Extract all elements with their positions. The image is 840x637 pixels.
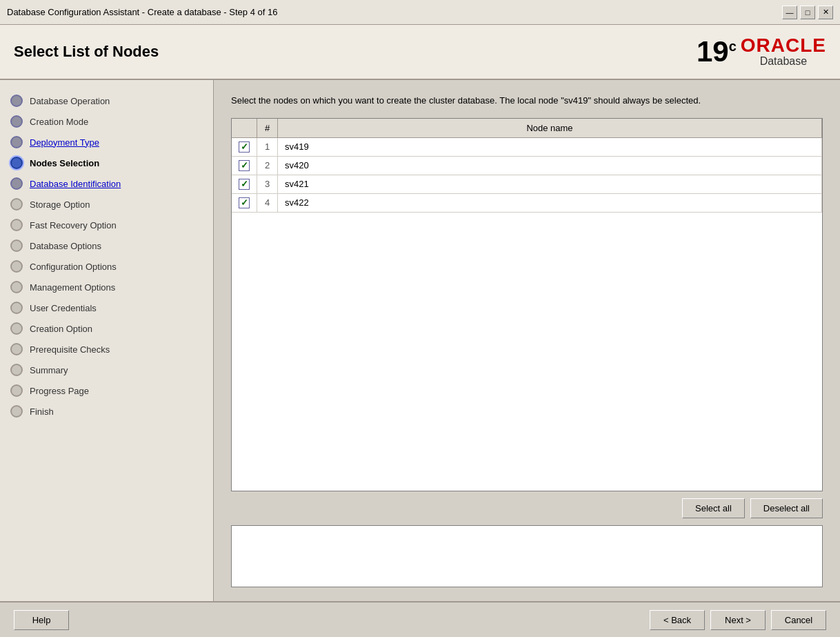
title-bar: Database Configuration Assistant - Creat… (0, 0, 840, 25)
step-indicator-database-options (10, 239, 23, 252)
next-button[interactable]: Next > (710, 610, 766, 630)
row-number: 2 (257, 156, 278, 175)
sidebar-label-creation-mode: Creation Mode (30, 117, 88, 127)
sidebar-label-summary: Summary (30, 365, 68, 375)
row-node-name: sv419 (278, 137, 822, 156)
sidebar-label-user-credentials: User Credentials (30, 303, 97, 313)
maximize-button[interactable]: □ (800, 6, 815, 19)
cancel-button[interactable]: Cancel (771, 610, 826, 630)
row-number: 1 (257, 137, 278, 156)
sidebar-item-management-options: Management Options (0, 277, 213, 297)
minimize-button[interactable]: — (782, 6, 797, 19)
nodes-table-wrapper: # Node name 1sv4192sv4203sv4214sv422 (231, 118, 823, 492)
sidebar-item-finish: Finish (0, 401, 213, 422)
sidebar-label-finish: Finish (30, 406, 54, 417)
footer: Help < Back Next > Cancel (0, 601, 840, 637)
oracle-version: 19c (697, 37, 737, 66)
page-title: Select List of Nodes (14, 43, 159, 61)
select-all-button[interactable]: Select all (682, 498, 745, 518)
nodes-table: # Node name 1sv4192sv4203sv4214sv422 (232, 119, 822, 213)
deselect-all-button[interactable]: Deselect all (750, 498, 823, 518)
body-area: Database OperationCreation ModeDeploymen… (0, 80, 840, 601)
sidebar-label-nodes-selection: Nodes Selection (30, 158, 99, 168)
window-content: Select List of Nodes 19c ORACLE Database… (0, 25, 840, 637)
table-header: # Node name (232, 119, 822, 138)
col-checkbox (232, 119, 257, 138)
sidebar-item-user-credentials: User Credentials (0, 297, 213, 318)
sidebar-item-nodes-selection: Nodes Selection (0, 153, 213, 173)
sidebar-label-management-options: Management Options (30, 282, 115, 293)
table-body: 1sv4192sv4203sv4214sv422 (232, 137, 822, 212)
step-indicator-deployment-type (10, 136, 23, 148)
step-indicator-configuration-options (10, 260, 23, 273)
sidebar-item-database-operation: Database Operation (0, 90, 213, 111)
main-panel: Select the nodes on which you want to cr… (214, 80, 840, 601)
oracle-logo: 19c ORACLE Database (697, 36, 826, 68)
sidebar-label-creation-option: Creation Option (30, 324, 92, 334)
table-row[interactable]: 2sv420 (232, 156, 822, 175)
sidebar-label-database-operation: Database Operation (30, 96, 110, 106)
sidebar-item-creation-mode: Creation Mode (0, 111, 213, 132)
sidebar: Database OperationCreation ModeDeploymen… (0, 80, 214, 601)
checkbox-checked-icon[interactable] (239, 141, 250, 153)
row-checkbox[interactable] (232, 175, 257, 193)
sidebar-item-configuration-options: Configuration Options (0, 256, 213, 277)
sidebar-item-prerequisite-checks: Prerequisite Checks (0, 339, 213, 360)
step-indicator-nodes-selection (10, 157, 23, 169)
oracle-brand-label: ORACLE (741, 36, 826, 55)
table-row[interactable]: 4sv422 (232, 193, 822, 212)
step-indicator-database-identification (10, 177, 23, 190)
back-button[interactable]: < Back (650, 610, 705, 630)
step-indicator-management-options (10, 281, 23, 293)
log-area (231, 525, 823, 587)
step-indicator-fast-recovery-option (10, 219, 23, 231)
row-number: 4 (257, 193, 278, 212)
step-indicator-prerequisite-checks (10, 343, 23, 355)
step-indicator-finish (10, 405, 23, 418)
sidebar-label-configuration-options: Configuration Options (30, 262, 117, 272)
step-indicator-database-operation (10, 95, 23, 107)
sidebar-label-prerequisite-checks: Prerequisite Checks (30, 344, 110, 355)
col-number: # (257, 119, 278, 138)
step-indicator-user-credentials (10, 302, 23, 314)
step-indicator-creation-mode (10, 115, 23, 128)
sidebar-label-storage-option: Storage Option (30, 199, 90, 210)
row-checkbox[interactable] (232, 156, 257, 175)
checkbox-checked-icon[interactable] (239, 179, 250, 190)
oracle-text: ORACLE Database (741, 36, 826, 68)
sidebar-label-database-identification: Database Identification (30, 179, 121, 189)
header: Select List of Nodes 19c ORACLE Database (0, 25, 840, 80)
sidebar-label-fast-recovery-option: Fast Recovery Option (30, 220, 117, 231)
sidebar-item-database-identification[interactable]: Database Identification (0, 173, 213, 194)
row-node-name: sv420 (278, 156, 822, 175)
close-button[interactable]: ✕ (818, 6, 833, 19)
row-checkbox[interactable] (232, 137, 257, 156)
sidebar-item-summary: Summary (0, 360, 213, 380)
step-indicator-creation-option (10, 322, 23, 335)
window-title: Database Configuration Assistant - Creat… (7, 7, 277, 17)
sidebar-label-progress-page: Progress Page (30, 386, 89, 396)
step-indicator-storage-option (10, 198, 23, 210)
sidebar-item-storage-option: Storage Option (0, 194, 213, 215)
window-controls: — □ ✕ (782, 6, 833, 19)
sidebar-item-fast-recovery-option: Fast Recovery Option (0, 215, 213, 235)
table-row[interactable]: 3sv421 (232, 175, 822, 193)
row-number: 3 (257, 175, 278, 193)
checkbox-checked-icon[interactable] (239, 197, 250, 208)
row-checkbox[interactable] (232, 193, 257, 212)
footer-left: Help (14, 610, 69, 630)
sidebar-item-deployment-type[interactable]: Deployment Type (0, 132, 213, 153)
checkbox-checked-icon[interactable] (239, 160, 250, 171)
selection-buttons: Select all Deselect all (231, 498, 823, 518)
sidebar-label-database-options: Database Options (30, 241, 101, 251)
step-indicator-progress-page (10, 384, 23, 397)
sidebar-label-deployment-type: Deployment Type (30, 137, 99, 148)
sidebar-item-progress-page: Progress Page (0, 380, 213, 401)
oracle-product-label: Database (741, 55, 826, 68)
help-button[interactable]: Help (14, 610, 69, 630)
table-row[interactable]: 1sv419 (232, 137, 822, 156)
sidebar-item-creation-option: Creation Option (0, 318, 213, 339)
row-node-name: sv422 (278, 193, 822, 212)
instructions-text: Select the nodes on which you want to cr… (231, 94, 823, 108)
col-node-name: Node name (278, 119, 822, 138)
